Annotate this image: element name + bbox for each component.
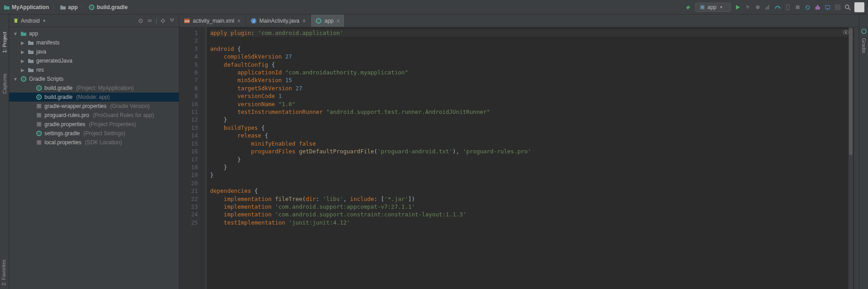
tool-window-favorites-tab[interactable]: 2: Favorites [1, 260, 6, 285]
profiler-icon[interactable] [765, 4, 771, 10]
layout-inspector-icon[interactable] [834, 4, 841, 10]
tree-row-settings-gradle[interactable]: settings.gradle(Project Settings) [9, 129, 179, 138]
tree-row-proguard-rules-pro[interactable]: proguard-rules.pro(ProGuard Rules for ap… [9, 111, 179, 120]
device-icon[interactable] [785, 4, 791, 10]
folder-icon [27, 67, 34, 73]
breadcrumb-item[interactable]: MyApplication [4, 4, 49, 10]
sync-gradle-icon[interactable] [804, 4, 811, 10]
stop-icon[interactable] [794, 4, 801, 10]
debug-icon[interactable] [755, 4, 761, 10]
target-icon[interactable] [137, 18, 144, 24]
search-icon[interactable] [844, 4, 851, 10]
svg-point-32 [23, 78, 25, 80]
svg-point-18 [845, 5, 849, 9]
editor-tabs: xmlactivity_main.xml×JMainActivity.java×… [179, 15, 859, 27]
editor-tab-app[interactable]: app× [311, 15, 345, 27]
svg-point-34 [38, 87, 40, 89]
gear-icon[interactable] [160, 18, 166, 24]
svg-point-1 [91, 6, 93, 8]
tree-row-Gradle-Scripts[interactable]: ▼Gradle Scripts [9, 74, 179, 83]
avatar[interactable] [854, 2, 864, 12]
editor-tab-MainActivity-java[interactable]: JMainActivity.java× [246, 15, 311, 27]
gauge-icon[interactable] [775, 4, 781, 10]
tree-item-hint: (Project: MyApplication) [76, 85, 134, 91]
expand-arrow-icon[interactable]: ▶ [20, 68, 25, 73]
sdk-manager-icon[interactable] [814, 4, 821, 10]
folder-icon [27, 58, 34, 64]
properties-icon [35, 121, 43, 127]
gradle-icon [20, 76, 27, 82]
project-view-label[interactable]: Android [21, 18, 39, 24]
hide-icon[interactable] [169, 18, 175, 24]
expand-arrow-icon[interactable]: ▼ [13, 77, 18, 82]
tool-window-gradle-tab[interactable]: Gradle [861, 38, 867, 53]
avd-manager-icon[interactable] [824, 4, 831, 10]
error-stripe[interactable] [853, 27, 859, 289]
chevron-down-icon[interactable]: ▾ [43, 18, 45, 23]
close-icon[interactable]: × [336, 18, 340, 24]
tool-window-project-tab[interactable]: 1: Project [2, 32, 7, 53]
svg-rect-15 [825, 5, 830, 9]
android-icon [13, 18, 19, 24]
svg-rect-48 [37, 140, 41, 145]
svg-line-6 [756, 5, 757, 6]
run-config-label: app [707, 4, 716, 10]
folder-icon [27, 49, 34, 54]
expand-arrow-icon[interactable]: ▼ [13, 31, 18, 36]
gradle-icon [35, 130, 43, 137]
tree-row-gradle-properties[interactable]: gradle.properties(Project Properties) [9, 120, 179, 129]
tree-row-gradle-wrapper-properties[interactable]: gradle-wrapper.properties(Gradle Version… [9, 102, 179, 111]
svg-rect-17 [837, 6, 839, 8]
code-editor[interactable]: 1234567891011121314151617181920212223242… [179, 27, 859, 289]
breadcrumb-label: app [68, 4, 78, 10]
svg-point-56 [318, 20, 319, 22]
xml-icon: xml [184, 18, 190, 24]
breadcrumb-item[interactable]: app [60, 4, 78, 10]
tree-row-res[interactable]: ▶res [9, 65, 179, 74]
tree-row-local-properties[interactable]: local.properties(SDK Location) [9, 138, 179, 147]
collapse-all-icon[interactable] [147, 18, 153, 24]
tree-item-name: gradle.properties [44, 121, 85, 127]
build-hammer-icon[interactable] [685, 4, 691, 10]
tree-row-generatedJava[interactable]: ▶generatedJava [9, 56, 179, 65]
close-icon[interactable]: × [237, 18, 240, 24]
tree-row-manifests[interactable]: ▶manifests [9, 38, 179, 47]
properties-icon [35, 139, 43, 146]
module-icon [699, 4, 706, 10]
svg-rect-43 [37, 122, 41, 127]
close-icon[interactable]: × [302, 18, 306, 24]
left-tool-window-bar: 1: Project Captures [0, 15, 9, 289]
tool-window-captures-tab[interactable]: Captures [2, 73, 7, 94]
tree-row-build-gradle[interactable]: build.gradle(Project: MyApplication) [9, 83, 179, 93]
editor-scrollbar[interactable] [848, 27, 853, 289]
svg-rect-16 [835, 5, 840, 10]
tree-row-java[interactable]: ▶java [9, 47, 179, 56]
chevron-down-icon: ▾ [720, 5, 722, 10]
project-tree[interactable]: ▼app▶manifests▶java▶generatedJava▶res▼Gr… [9, 27, 179, 289]
expand-arrow-icon[interactable]: ▶ [20, 49, 25, 54]
expand-arrow-icon[interactable]: ▶ [20, 59, 25, 64]
tree-item-name: res [36, 67, 44, 73]
tree-row-app[interactable]: ▼app [9, 29, 179, 38]
run-icon[interactable] [735, 4, 741, 10]
breadcrumb-item[interactable]: build.gradle [88, 4, 128, 10]
tree-item-name: proguard-rules.pro [44, 112, 89, 118]
tree-row-build-gradle[interactable]: build.gradle(Module: app) [9, 93, 179, 102]
gradle-elephant-icon[interactable] [861, 28, 867, 34]
svg-rect-12 [786, 5, 789, 10]
tree-item-name: build.gradle [44, 85, 73, 91]
tree-item-name: settings.gradle [44, 130, 80, 137]
svg-point-59 [862, 29, 866, 34]
tree-item-name: local.properties [44, 139, 81, 146]
fold-gutter[interactable] [202, 27, 206, 289]
tree-item-name: manifests [36, 39, 59, 46]
expand-arrow-icon[interactable]: ▶ [20, 40, 25, 45]
editor-tab-activity_main-xml[interactable]: xmlactivity_main.xml× [179, 15, 246, 27]
project-panel-header: Android ▾ | [9, 15, 179, 27]
inspection-eye-icon[interactable] [843, 30, 849, 34]
properties-icon [35, 112, 43, 118]
flash-icon[interactable] [745, 4, 751, 10]
code-content[interactable]: apply plugin: 'com.android.application' … [206, 27, 853, 289]
run-config-select[interactable]: app ▾ [695, 3, 731, 12]
svg-rect-9 [767, 6, 768, 10]
